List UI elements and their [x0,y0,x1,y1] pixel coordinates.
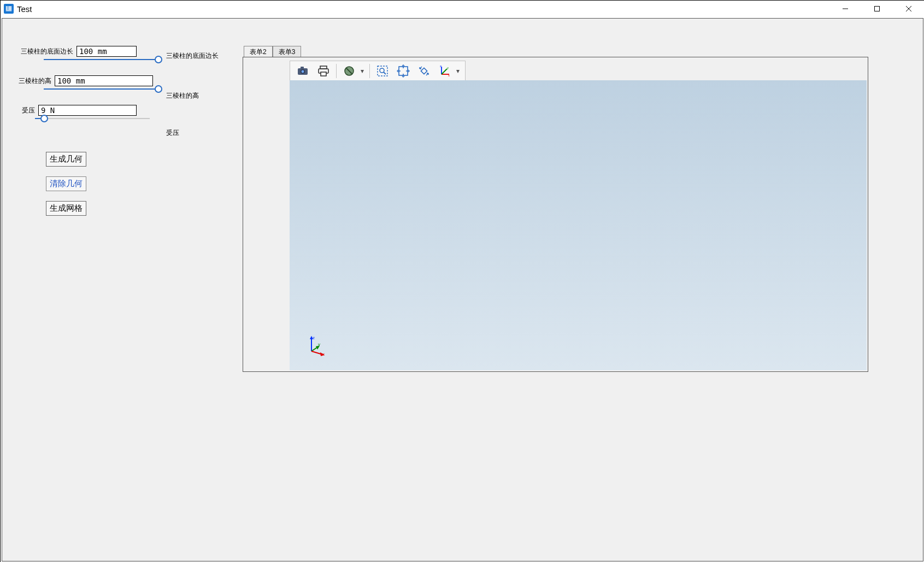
chevron-down-icon[interactable]: ▾ [455,67,461,75]
slider-track [35,118,150,119]
close-button[interactable] [893,1,924,17]
slider-thumb[interactable] [155,85,162,93]
maximize-button[interactable] [861,1,893,17]
param-input-edge[interactable] [76,46,137,57]
svg-rect-6 [875,7,880,11]
svg-rect-3 [8,8,11,10]
svg-text:z: z [440,64,442,68]
svg-line-20 [384,72,386,74]
slider-thumb[interactable] [40,115,48,122]
param-input-height[interactable] [55,75,153,86]
graphics-canvas[interactable]: z y x [290,80,867,370]
svg-text:y: y [447,66,449,69]
side-label-edge: 三棱柱的底面边长 [166,46,219,86]
tab-strip: 表单2 表单3 [244,46,868,57]
svg-rect-18 [378,66,387,76]
app-window: Test 三棱柱的底面边长 三棱柱的高 [0,0,924,562]
zoom-box-icon[interactable] [372,62,393,80]
generate-geometry-button[interactable]: 生成几何 [46,152,86,167]
client-area: 三棱柱的底面边长 三棱柱的高 受压 [2,18,923,561]
svg-rect-10 [301,67,304,69]
svg-point-12 [302,70,304,73]
side-label-height: 三棱柱的高 [166,86,219,126]
svg-text:y: y [318,342,320,347]
camera-icon[interactable] [292,62,313,80]
no-entry-icon[interactable] [339,62,360,80]
window-controls [829,1,924,17]
app-icon [4,4,14,14]
side-label-press: 受压 [166,126,219,153]
window-title: Test [17,4,32,14]
rotate-icon[interactable] [414,62,434,80]
zoom-extents-icon[interactable] [393,62,414,80]
toolbar-separator [369,64,370,78]
axis-triad-icon: z y x [306,335,328,357]
svg-text:x: x [448,74,450,77]
svg-text:x: x [322,352,325,357]
labels-column: 三棱柱的底面边长 三棱柱的高 受压 [166,46,219,153]
param-input-press[interactable] [38,105,137,116]
axes-icon[interactable]: z x y [434,62,455,80]
tab-form2[interactable]: 表单2 [244,46,273,57]
svg-rect-1 [6,8,8,10]
toolbar-separator [336,64,337,78]
svg-rect-0 [6,7,8,8]
svg-rect-2 [8,7,11,8]
printer-icon[interactable] [313,62,334,80]
tab-form3[interactable]: 表单3 [273,46,302,57]
titlebar: Test [1,1,924,17]
slider-track [44,59,158,60]
param-label-press: 受压 [19,106,38,115]
graphics-toolbar: ▾ z x y [290,61,466,81]
titlebar-left: Test [4,4,32,14]
graphics-frame: ▾ z x y [243,57,868,372]
slider-thumb[interactable] [155,56,162,63]
action-buttons: 生成几何 清除几何 生成网格 [46,152,226,216]
svg-rect-4 [6,10,12,11]
chevron-down-icon[interactable]: ▾ [360,67,365,75]
svg-rect-15 [321,72,326,76]
graphics-panel: 表单2 表单3 ▾ [243,19,923,561]
svg-line-27 [442,69,447,74]
param-label-height: 三棱柱的高 [19,76,55,86]
param-label-edge: 三棱柱的底面边长 [19,47,76,56]
minimize-button[interactable] [829,1,861,17]
svg-rect-22 [421,68,427,74]
svg-text:z: z [313,335,315,340]
generate-mesh-button[interactable]: 生成网格 [46,201,86,216]
svg-point-19 [380,68,384,73]
clear-geometry-button[interactable]: 清除几何 [46,176,86,191]
slider-track [44,88,158,90]
